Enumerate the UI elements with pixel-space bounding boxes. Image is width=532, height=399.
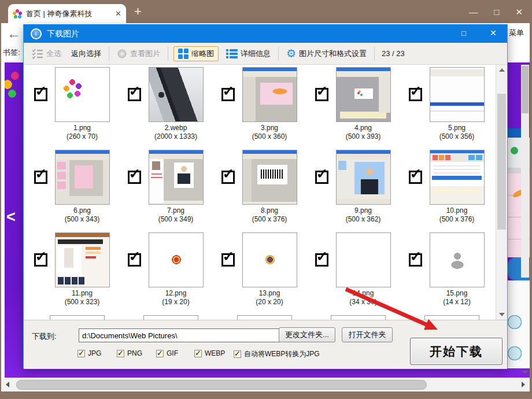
select-all-button[interactable]: 全选 <box>29 47 64 61</box>
download-path-input[interactable] <box>79 328 295 342</box>
thumbnail-cell: 3.png (500 x 360) <box>221 67 315 150</box>
dialog-maximize-button[interactable]: □ <box>461 29 466 38</box>
thumbnail-image[interactable] <box>242 67 297 122</box>
thumbnail-image <box>331 315 386 320</box>
thumbnail-dimensions: (19 x 20) <box>144 298 208 306</box>
window-minimize-button[interactable]: — <box>469 8 478 16</box>
toolbar-separator <box>109 47 109 61</box>
back-button[interactable]: ← <box>7 25 21 42</box>
thumbnail-checkbox[interactable] <box>409 171 422 184</box>
thumbnail-checkbox[interactable] <box>34 171 47 184</box>
thumbnail-dimensions: (500 x 376) <box>425 215 489 224</box>
grid-scrollbar-thumb[interactable] <box>497 94 506 230</box>
thumbnail-image[interactable] <box>149 67 204 122</box>
thumbnail-cell-clipped <box>221 315 315 320</box>
page-horizontal-scrollbar[interactable] <box>1 378 530 391</box>
thumbnail-checkbox[interactable] <box>221 253 235 267</box>
thumbnail-view-button[interactable]: 缩略图 <box>173 46 219 61</box>
thumbnail-checkbox[interactable] <box>315 253 328 267</box>
checkbox-checked-icon <box>77 350 85 357</box>
thumbnail-cell: 8.png (500 x 376) <box>221 150 315 232</box>
thumbnail-image[interactable] <box>242 150 297 205</box>
thumbnail-checkbox[interactable] <box>221 88 235 101</box>
thumbnail-checkbox[interactable] <box>315 88 328 101</box>
thumbnail-art <box>56 233 109 287</box>
scroll-up-icon[interactable] <box>499 68 505 72</box>
thumbnail-image[interactable] <box>149 150 204 205</box>
new-tab-button[interactable]: + <box>134 5 142 18</box>
bookmarks-label: 书签: <box>3 47 20 58</box>
scroll-right-icon[interactable] <box>522 382 525 387</box>
format-checkbox-gif[interactable]: GIF <box>156 349 178 357</box>
dialog-close-button[interactable]: ✕ <box>490 28 497 38</box>
scroll-down-icon[interactable] <box>499 313 505 316</box>
thumbnail-checkbox[interactable] <box>315 171 328 184</box>
thumbnail-checkbox[interactable] <box>221 171 235 184</box>
thumbnail-image[interactable] <box>55 232 110 287</box>
grid-scrollbar[interactable] <box>496 65 507 320</box>
thumbnail-filename: 9.png <box>331 206 395 215</box>
format-checkbox-jpg[interactable]: JPG <box>77 349 101 357</box>
thumbnail-image[interactable] <box>430 232 485 287</box>
thumbnail-image[interactable] <box>242 232 297 287</box>
thumbnail-filename: 5.png <box>425 124 489 132</box>
thumbnail-image[interactable] <box>336 150 391 205</box>
size-format-settings-button[interactable]: ⚙ 图片尺寸和格式设置 <box>284 46 369 61</box>
thumbnail-checkbox[interactable] <box>128 253 141 267</box>
horizontal-scrollbar-thumb[interactable] <box>16 380 427 390</box>
invert-selection-button[interactable]: 返向选择 <box>69 47 104 61</box>
thumbnail-dimensions: (500 x 360) <box>238 132 301 141</box>
window-frame-left <box>0 23 1 391</box>
thumbnail-image <box>424 315 479 320</box>
checkbox-checked-icon <box>117 350 124 357</box>
thumbnail-image[interactable] <box>430 150 485 205</box>
open-folder-button[interactable]: 打开文件夹 <box>342 327 393 342</box>
thumbnail-checkbox[interactable] <box>34 253 47 267</box>
thumbnail-image[interactable] <box>55 67 110 122</box>
format-checkbox-webp-to-jpg[interactable]: 自动将WEBP转换为JPG <box>234 349 320 359</box>
thumbnail-cell: 14.png (34 x 30) <box>315 232 409 315</box>
toolbar-separator <box>374 47 375 61</box>
thumbnail-image[interactable] <box>336 232 391 287</box>
page-scrollbar-thumb[interactable] <box>522 66 529 113</box>
view-image-button[interactable]: 查看图片 <box>114 47 162 61</box>
thumbnail-art <box>149 150 203 204</box>
thumbnail-cell: 12.png (19 x 20) <box>128 232 221 315</box>
thumbnail-image[interactable] <box>55 150 110 205</box>
thumbnail-cell: 10.png (500 x 376) <box>409 150 496 232</box>
page-menu-link[interactable]: 菜单 <box>509 28 524 38</box>
thumbnail-checkbox[interactable] <box>34 88 47 101</box>
download-dialog: 下载图片 □ ✕ 全选 返向选择 查看图片 <box>23 24 508 368</box>
thumbnail-grid: 1.png (260 x 70) 2.webp (2000 x 1333) 3.… <box>24 65 496 320</box>
start-download-button[interactable]: 开始下载 <box>410 338 503 365</box>
checklist-icon <box>32 49 43 59</box>
browser-tab[interactable]: 首页 | 神奇像素科技 ✕ <box>8 4 126 23</box>
tab-close-icon[interactable]: ✕ <box>115 9 121 18</box>
thumbnail-image[interactable] <box>149 232 204 287</box>
thumbnail-filename: 8.png <box>238 206 301 215</box>
format-checkbox-png[interactable]: PNG <box>117 349 142 357</box>
thumbnail-cell: 13.png (20 x 20) <box>221 232 315 315</box>
scroll-left-icon[interactable] <box>6 382 9 387</box>
change-folder-button[interactable]: 更改文件夹... <box>279 327 335 342</box>
thumbnail-filename: 14.png <box>331 289 395 298</box>
thumbnail-dimensions: (500 x 362) <box>331 215 395 224</box>
window-close-button[interactable]: ✕ <box>515 8 523 16</box>
detail-view-button[interactable]: 详细信息 <box>224 47 273 61</box>
window-maximize-button[interactable]: □ <box>494 8 499 16</box>
thumbnail-checkbox[interactable] <box>409 88 422 101</box>
thumbnail-filename: 3.png <box>238 124 301 132</box>
view-image-label: 查看图片 <box>130 49 160 59</box>
format-checkbox-webp[interactable]: WEBP <box>194 349 225 357</box>
thumbnail-filename: 2.webp <box>144 124 208 132</box>
thumbnail-image[interactable] <box>336 67 391 122</box>
thumbnail-checkbox[interactable] <box>128 88 141 101</box>
thumbnail-image[interactable] <box>430 67 485 122</box>
thumbnail-image <box>237 315 292 320</box>
sidebar-collapse-icon[interactable]: < <box>6 208 16 226</box>
page-vertical-scrollbar[interactable] <box>521 65 529 278</box>
thumbnail-checkbox[interactable] <box>128 171 141 184</box>
screen: 首页 | 神奇像素科技 ✕ + — □ ✕ ← 书签: 菜单 < 下载图片 □ … <box>0 0 532 399</box>
thumbnail-checkbox[interactable] <box>409 253 422 267</box>
page-scroll-down-icon[interactable] <box>522 371 528 374</box>
